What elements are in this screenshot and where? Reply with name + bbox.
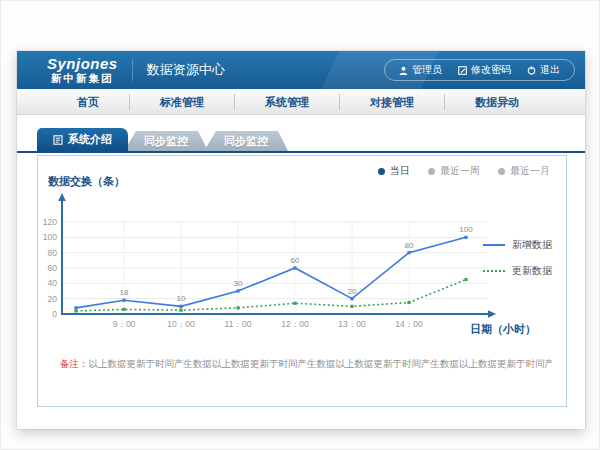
footnote-prefix: 备注： [60, 358, 89, 369]
time-range-filter: 当日最近一周最近一月 [378, 164, 550, 178]
content-area: 系统介绍同步监控同步监控 当日最近一周最近一月 数据交换（条） 02040608… [17, 128, 585, 407]
power-icon [527, 66, 536, 75]
chart-x-axis-title: 日期（小时） [470, 322, 536, 337]
tab-label: 同步监控 [224, 134, 268, 149]
screenshot-frame: Synjones 新中新集团 数据资源中心 管理员 修改密码 退出 首页标准 [0, 0, 600, 450]
time-range-option-0[interactable]: 当日 [378, 164, 410, 178]
svg-text:0: 0 [52, 309, 57, 319]
user-toolbar: 管理员 修改密码 退出 [384, 59, 575, 81]
radio-label: 最近一月 [510, 164, 550, 178]
tab-bar: 系统介绍同步监控同步监控 [37, 128, 585, 151]
change-password-button[interactable]: 修改密码 [458, 63, 511, 77]
legend-label: 更新数据 [512, 264, 552, 278]
edit-icon [458, 66, 467, 75]
svg-text:60: 60 [48, 263, 58, 273]
svg-text:120: 120 [43, 217, 57, 227]
brand-logo: Synjones 新中新集团 [47, 56, 118, 84]
tab-underline [17, 151, 585, 153]
svg-text:20: 20 [48, 294, 58, 304]
main-nav: 首页标准管理系统管理对接管理数据异动 [17, 89, 585, 115]
logout-button[interactable]: 退出 [527, 63, 560, 77]
brand-logo-cn: 新中新集团 [47, 73, 118, 84]
radio-dot-icon [498, 168, 505, 175]
radio-label: 最近一周 [440, 164, 480, 178]
app-window: Synjones 新中新集团 数据资源中心 管理员 修改密码 退出 首页标准 [17, 51, 585, 429]
svg-text:14：00: 14：00 [395, 319, 423, 329]
svg-text:11：00: 11：00 [225, 319, 252, 329]
chart-legend: 新增数据更新数据 [483, 238, 552, 278]
tab-label: 系统介绍 [68, 132, 112, 147]
footnote: 备注：以上数据更新于时间产生数据以上数据更新于时间产生数据以上数据更新于时间产生… [60, 358, 552, 371]
nav-item-3[interactable]: 对接管理 [340, 94, 445, 110]
legend-item-1[interactable]: 更新数据 [483, 264, 552, 278]
time-range-option-2[interactable]: 最近一月 [498, 164, 550, 178]
line-chart: 0204060801001209：0010：0011：0012：0013：001… [40, 184, 510, 336]
document-icon [53, 135, 63, 145]
svg-text:30: 30 [234, 279, 243, 288]
svg-text:10：00: 10：00 [167, 319, 195, 329]
legend-item-0[interactable]: 新增数据 [483, 238, 552, 252]
tab-label: 同步监控 [144, 134, 188, 149]
svg-text:80: 80 [405, 241, 414, 250]
svg-text:13：00: 13：00 [338, 319, 366, 329]
app-header: Synjones 新中新集团 数据资源中心 管理员 修改密码 退出 [17, 51, 585, 89]
svg-text:18: 18 [120, 288, 129, 297]
svg-text:60: 60 [291, 256, 300, 265]
radio-dot-icon [428, 168, 435, 175]
legend-label: 新增数据 [512, 238, 552, 252]
svg-text:10: 10 [177, 294, 186, 303]
change-password-label: 修改密码 [471, 63, 511, 77]
svg-text:100: 100 [459, 225, 473, 234]
svg-text:100: 100 [43, 232, 57, 242]
legend-line-sample [483, 244, 505, 246]
tab-2[interactable]: 同步监控 [204, 131, 288, 151]
svg-text:12：00: 12：00 [281, 319, 309, 329]
radio-label: 当日 [390, 164, 410, 178]
nav-item-4[interactable]: 数据异动 [445, 94, 549, 110]
nav-item-1[interactable]: 标准管理 [130, 94, 235, 110]
svg-text:9：00: 9：00 [113, 319, 136, 329]
radio-dot-icon [378, 168, 385, 175]
footnote-text: 以上数据更新于时间产生数据以上数据更新于时间产生数据以上数据更新于时间产生数据以… [89, 358, 553, 369]
tab-0[interactable]: 系统介绍 [37, 128, 128, 151]
user-icon [399, 66, 408, 75]
nav-item-2[interactable]: 系统管理 [235, 94, 340, 110]
svg-text:40: 40 [48, 278, 58, 288]
svg-text:20: 20 [348, 287, 357, 296]
legend-line-sample [483, 270, 505, 272]
svg-text:80: 80 [48, 248, 58, 258]
logout-label: 退出 [540, 63, 560, 77]
brand-logo-en: Synjones [47, 56, 118, 71]
user-menu-label: 管理员 [412, 63, 442, 77]
tab-1[interactable]: 同步监控 [124, 131, 208, 151]
user-menu-button[interactable]: 管理员 [399, 63, 442, 77]
nav-item-0[interactable]: 首页 [47, 94, 130, 110]
time-range-option-1[interactable]: 最近一周 [428, 164, 480, 178]
app-title: 数据资源中心 [132, 59, 225, 81]
chart-panel: 当日最近一周最近一月 数据交换（条） 0204060801001209：0010… [37, 155, 567, 407]
